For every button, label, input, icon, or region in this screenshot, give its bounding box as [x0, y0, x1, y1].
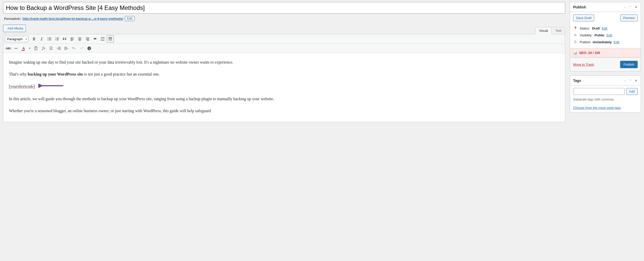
- chevron-up-icon[interactable]: ︿: [623, 5, 626, 9]
- svg-rect-25: [101, 39, 102, 39]
- toolbar-row-2: ABC A ▼ T Ω ?: [3, 44, 565, 53]
- choose-tags-link[interactable]: Choose from the most used tags: [573, 106, 621, 110]
- strikethrough-icon[interactable]: ABC: [5, 45, 12, 52]
- svg-rect-3: [49, 38, 51, 38]
- toolbar-toggle-icon[interactable]: [107, 35, 114, 42]
- svg-text:?: ?: [89, 47, 90, 50]
- format-select[interactable]: Paragraph: [5, 36, 28, 42]
- svg-rect-45: [58, 49, 60, 50]
- content-paragraph: [yourshortcode]: [9, 83, 559, 90]
- svg-point-0: [48, 37, 48, 38]
- content-paragraph: Whether you're a seasoned blogger, an on…: [9, 107, 559, 114]
- link-icon[interactable]: [91, 35, 99, 42]
- preview-button[interactable]: Preview: [620, 14, 638, 21]
- collapse-toggle-icon[interactable]: ▲: [635, 5, 638, 9]
- svg-rect-21: [87, 38, 89, 39]
- svg-rect-5: [49, 40, 51, 40]
- clear-format-icon[interactable]: [40, 45, 47, 52]
- svg-rect-47: [65, 48, 67, 49]
- svg-text:3: 3: [55, 39, 56, 41]
- italic-icon[interactable]: [38, 35, 45, 42]
- svg-rect-27: [104, 39, 105, 39]
- content-paragraph: That's why backing up your WordPress sit…: [9, 71, 559, 78]
- shortcode-text: [yourshortcode]: [9, 84, 35, 89]
- svg-point-2: [48, 40, 48, 40]
- tags-metabox: Tags ︿ ﹀ ▲ Add Separate tags with commas…: [570, 76, 641, 112]
- svg-text:T: T: [35, 48, 36, 50]
- save-draft-button[interactable]: Save Draft: [573, 14, 594, 21]
- editor-box: Paragraph 123 ABC A ▼: [3, 34, 565, 122]
- undo-icon[interactable]: [70, 45, 78, 52]
- svg-rect-4: [49, 39, 51, 39]
- svg-rect-30: [109, 38, 110, 38]
- svg-rect-48: [65, 49, 67, 50]
- svg-rect-38: [111, 40, 112, 41]
- blockquote-icon[interactable]: [61, 35, 68, 42]
- svg-rect-34: [110, 39, 111, 39]
- svg-rect-10: [56, 39, 59, 39]
- svg-rect-13: [71, 38, 73, 39]
- pin-icon: 📍: [573, 26, 578, 30]
- publish-header: Publish ︿ ﹀ ▲: [570, 2, 641, 12]
- svg-rect-22: [86, 39, 89, 40]
- chevron-down-icon[interactable]: ﹀: [629, 78, 632, 83]
- post-title-input[interactable]: [3, 2, 565, 13]
- publish-button[interactable]: Publish: [620, 61, 638, 68]
- paste-text-icon[interactable]: T: [32, 45, 39, 52]
- numbered-list-icon[interactable]: 123: [53, 35, 60, 42]
- toolbar-row-1: Paragraph 123: [3, 34, 565, 44]
- add-media-button[interactable]: Add Media: [3, 25, 26, 32]
- editor-content[interactable]: Imagine waking up one day to find your s…: [3, 53, 565, 122]
- svg-rect-33: [109, 39, 110, 39]
- help-icon[interactable]: ?: [86, 45, 93, 52]
- editor-tabs: Visual Text: [535, 27, 565, 34]
- tab-visual[interactable]: Visual: [535, 27, 551, 34]
- align-right-icon[interactable]: [84, 35, 91, 42]
- collapse-toggle-icon[interactable]: ▲: [635, 78, 638, 83]
- text-color-dropdown-icon[interactable]: ▼: [28, 45, 32, 52]
- special-char-icon[interactable]: Ω: [48, 45, 55, 52]
- permalink-label: Permalink:: [4, 17, 21, 21]
- bold-icon[interactable]: [30, 35, 38, 42]
- chevron-down-icon[interactable]: ﹀: [629, 5, 632, 9]
- svg-rect-9: [56, 38, 59, 38]
- tags-hint: Separate tags with commas: [573, 97, 638, 101]
- permalink-edit-button[interactable]: Edit: [125, 16, 135, 21]
- svg-rect-32: [111, 38, 112, 38]
- outdent-icon[interactable]: [55, 45, 62, 52]
- svg-rect-17: [79, 38, 81, 39]
- status-edit-link[interactable]: Edit: [602, 26, 607, 30]
- horizontal-rule-icon[interactable]: [12, 45, 20, 52]
- indent-icon[interactable]: [63, 45, 70, 52]
- align-center-icon[interactable]: [76, 35, 83, 42]
- eye-icon: 👁: [573, 33, 578, 37]
- publish-edit-link[interactable]: Edit: [614, 40, 619, 44]
- visibility-edit-link[interactable]: Edit: [606, 33, 612, 37]
- svg-rect-14: [71, 39, 74, 40]
- text-color-icon[interactable]: A: [20, 45, 27, 52]
- svg-rect-39: [14, 48, 18, 49]
- tags-input[interactable]: [573, 88, 625, 95]
- bullet-list-icon[interactable]: [46, 35, 53, 42]
- content-paragraph: In this article, we will guide you throu…: [9, 95, 559, 102]
- read-more-icon[interactable]: [99, 35, 106, 42]
- content-paragraph: Imagine waking up one day to find your s…: [9, 59, 559, 66]
- add-tag-button[interactable]: Add: [626, 88, 638, 95]
- arrow-annotation-icon: [38, 83, 64, 90]
- tags-title: Tags: [573, 79, 581, 83]
- align-left-icon[interactable]: [69, 35, 76, 42]
- seo-score-row[interactable]: 📊 SEO: 24 / 100: [570, 48, 641, 57]
- permalink-url[interactable]: http://rank-math-test.local/how-to-backu…: [22, 17, 123, 21]
- move-to-trash-link[interactable]: Move to Trash: [573, 63, 594, 66]
- svg-rect-35: [111, 39, 112, 39]
- svg-rect-46: [65, 47, 67, 48]
- redo-icon[interactable]: [78, 45, 85, 52]
- svg-rect-43: [58, 47, 60, 48]
- svg-rect-15: [71, 40, 73, 41]
- svg-rect-23: [87, 40, 89, 41]
- svg-rect-18: [78, 39, 82, 40]
- seo-label: SEO: 24 / 100: [579, 51, 600, 55]
- calendar-icon: 🗓: [573, 40, 578, 44]
- chevron-up-icon[interactable]: ︿: [623, 78, 626, 83]
- tab-text[interactable]: Text: [551, 27, 565, 34]
